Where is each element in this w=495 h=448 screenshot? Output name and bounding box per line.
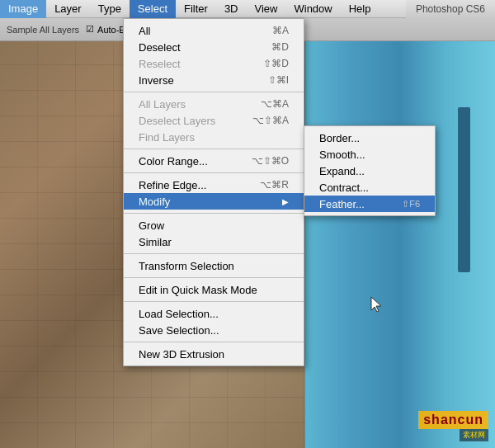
menubar-item-type[interactable]: Type: [90, 0, 130, 18]
submenu-expand-label: Expand...: [319, 165, 365, 177]
submenu-item-smooth[interactable]: Smooth...: [304, 146, 435, 163]
submenu-feather-shortcut: ⇧F6: [402, 199, 420, 210]
app-title: Photoshop CS6: [406, 0, 495, 18]
submenu-arrow-icon: ▶: [282, 197, 289, 206]
menu-item-all-label: All: [139, 25, 256, 37]
menu-item-deselect-shortcut: ⌘D: [271, 41, 289, 53]
menu-item-transform-selection[interactable]: Transform Selection: [124, 257, 304, 274]
menubar-item-select[interactable]: Select: [130, 0, 176, 18]
submenu-feather-label: Feather...: [319, 198, 365, 210]
separator-6: [124, 277, 304, 278]
submenu-item-expand[interactable]: Expand...: [304, 163, 435, 179]
menu-item-refine-edge-shortcut: ⌥⌘R: [260, 179, 289, 191]
menu-item-deselect[interactable]: Deselect ⌘D: [124, 39, 304, 55]
separator-2: [124, 149, 304, 149]
modify-submenu: Border... Smooth... Expand... Contract..…: [304, 125, 436, 216]
menu-item-modify[interactable]: Modify ▶: [124, 193, 304, 210]
menubar-item-view[interactable]: View: [247, 0, 286, 18]
menu-item-find-layers-label: Find Layers: [139, 131, 289, 144]
menubar-item-layer[interactable]: Layer: [46, 0, 90, 18]
menu-item-all-layers: All Layers ⌥⌘A: [124, 96, 304, 112]
menu-item-reselect-label: Reselect: [139, 58, 247, 70]
menu-item-load-selection[interactable]: Load Selection...: [124, 305, 304, 322]
checkbox-icon: ☑: [86, 24, 94, 35]
watermark: shancun 素材网: [418, 411, 488, 441]
menu-item-new-3d-extrusion-label: New 3D Extrusion: [139, 348, 289, 361]
menu-item-edit-quick-mask[interactable]: Edit in Quick Mask Mode: [124, 281, 304, 298]
menu-item-deselect-layers-shortcut: ⌥⇧⌘A: [252, 115, 289, 126]
menu-item-color-range-label: Color Range...: [139, 155, 235, 167]
menu-item-all-layers-shortcut: ⌥⌘A: [261, 98, 289, 110]
menu-item-refine-edge[interactable]: Refine Edge... ⌥⌘R: [124, 177, 304, 193]
menu-item-inverse-label: Inverse: [139, 74, 252, 87]
menu-item-reselect-shortcut: ⇧⌘D: [263, 58, 289, 69]
menu-item-inverse[interactable]: Inverse ⇧⌘I: [124, 72, 304, 88]
menu-item-grow[interactable]: Grow: [124, 217, 304, 233]
menu-item-edit-quick-mask-label: Edit in Quick Mask Mode: [139, 284, 289, 296]
sample-all-layers-label: Sample All Layers: [7, 25, 79, 35]
menu-item-all-layers-label: All Layers: [139, 98, 244, 111]
separator-1: [124, 92, 304, 92]
watermark-sub-text: 素材网: [460, 429, 488, 441]
menu-item-load-selection-label: Load Selection...: [139, 308, 289, 320]
door-detail: [458, 107, 470, 272]
menu-item-similar[interactable]: Similar: [124, 233, 304, 250]
submenu-contract-label: Contract...: [319, 182, 369, 194]
menu-item-color-range-shortcut: ⌥⇧⌘O: [252, 155, 289, 167]
menu-item-all-shortcut: ⌘A: [272, 25, 289, 36]
menubar: Image Layer Type Select Filter 3D View W…: [0, 0, 495, 18]
submenu-border-label: Border...: [319, 132, 360, 144]
submenu-item-feather[interactable]: Feather... ⇧F6: [304, 196, 435, 212]
menu-item-refine-edge-label: Refine Edge...: [139, 179, 243, 191]
separator-5: [124, 253, 304, 254]
menu-item-similar-label: Similar: [139, 236, 289, 248]
menu-item-color-range[interactable]: Color Range... ⌥⇧⌘O: [124, 153, 304, 169]
menu-item-deselect-layers-label: Deselect Layers: [139, 115, 236, 127]
menu-item-inverse-shortcut: ⇧⌘I: [268, 74, 289, 86]
submenu-item-border[interactable]: Border...: [304, 130, 435, 146]
menu-item-save-selection-label: Save Selection...: [139, 324, 289, 337]
select-dropdown-menu: All ⌘A Deselect ⌘D Reselect ⇧⌘D Inverse …: [123, 18, 304, 366]
separator-7: [124, 301, 304, 302]
menu-item-transform-selection-label: Transform Selection: [139, 260, 289, 272]
menu-item-deselect-layers: Deselect Layers ⌥⇧⌘A: [124, 112, 304, 129]
menu-item-save-selection[interactable]: Save Selection...: [124, 322, 304, 338]
submenu-smooth-label: Smooth...: [319, 149, 365, 161]
menu-item-reselect: Reselect ⇧⌘D: [124, 55, 304, 72]
submenu-item-contract[interactable]: Contract...: [304, 179, 435, 196]
menu-item-new-3d-extrusion[interactable]: New 3D Extrusion: [124, 346, 304, 362]
menu-item-deselect-label: Deselect: [139, 41, 255, 54]
menubar-item-window[interactable]: Window: [285, 0, 340, 18]
blue-door: [305, 41, 495, 448]
menubar-item-3d[interactable]: 3D: [216, 0, 247, 18]
menubar-item-image[interactable]: Image: [0, 0, 46, 18]
menu-item-grow-label: Grow: [139, 219, 289, 232]
menubar-item-help[interactable]: Help: [341, 0, 380, 18]
watermark-main-text: shancun: [418, 411, 488, 429]
menu-item-all[interactable]: All ⌘A: [124, 22, 304, 39]
separator-8: [124, 342, 304, 342]
menu-item-find-layers: Find Layers: [124, 129, 304, 145]
separator-4: [124, 213, 304, 214]
menubar-item-filter[interactable]: Filter: [176, 0, 216, 18]
menu-item-modify-label: Modify: [139, 196, 282, 208]
separator-3: [124, 172, 304, 173]
